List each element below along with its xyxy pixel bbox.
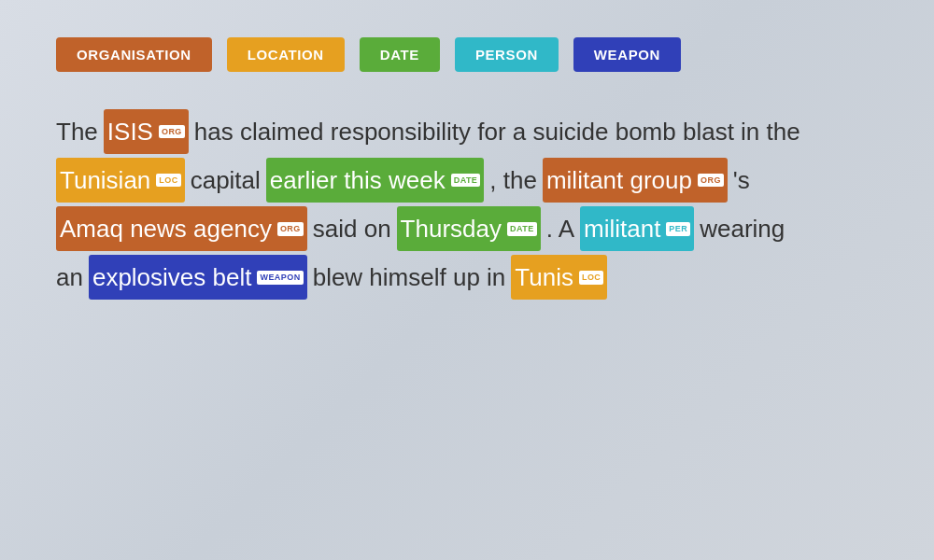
entity-text: militant group	[546, 158, 692, 203]
entity-tag: ORG	[159, 125, 185, 139]
entity-text: earlier this week	[270, 158, 446, 203]
entity-thursday[interactable]: ThursdayDATE	[397, 206, 541, 251]
entity-text: Amaq news agency	[60, 206, 272, 251]
legend-location[interactable]: LOCATION	[227, 37, 345, 72]
entity-tag: DATE	[451, 174, 481, 188]
entity-tag: WEAPON	[257, 271, 303, 285]
plain-text: blew himself up in	[313, 255, 506, 300]
plain-text: an	[56, 255, 83, 300]
entity-earlier-this-week[interactable]: earlier this weekDATE	[266, 158, 485, 203]
legend-date[interactable]: DATE	[360, 37, 440, 72]
legend-bar: ORGANISATION LOCATION DATE PERSON WEAPON	[56, 37, 681, 72]
entity-tag: ORG	[277, 222, 304, 236]
sentence-line-2: TunisianLOC capital earlier this weekDAT…	[56, 158, 800, 203]
plain-text: , the	[489, 158, 537, 203]
legend-organisation[interactable]: ORGANISATION	[56, 37, 212, 72]
entity-text: ISIS	[107, 109, 153, 154]
sentence-line-3: Amaq news agencyORG said on ThursdayDATE…	[56, 206, 800, 251]
entity-isis[interactable]: ISISORG	[104, 109, 189, 154]
legend-person[interactable]: PERSON	[455, 37, 559, 72]
entity-tunisian[interactable]: TunisianLOC	[56, 158, 185, 203]
plain-text: said on	[313, 206, 391, 251]
entity-text: Tunis	[515, 255, 573, 300]
entity-tag: ORG	[698, 174, 724, 188]
entity-amaq-news-agency[interactable]: Amaq news agencyORG	[56, 206, 307, 251]
entity-text: militant	[584, 206, 660, 251]
entity-militant[interactable]: militantPER	[580, 206, 694, 251]
annotated-text: The ISISORG has claimed responsibility f…	[56, 109, 800, 303]
sentence-line-4: an explosives beltWEAPON blew himself up…	[56, 255, 800, 300]
entity-tag: PER	[666, 222, 690, 236]
entity-text: Tunisian	[60, 158, 150, 203]
legend-weapon[interactable]: WEAPON	[573, 37, 681, 72]
plain-text: . A	[546, 206, 574, 251]
plain-text: capital	[191, 158, 261, 203]
plain-text: The	[56, 109, 98, 154]
entity-explosives-belt[interactable]: explosives beltWEAPON	[89, 255, 307, 300]
entity-text: Thursday	[401, 206, 502, 251]
entity-tunis[interactable]: TunisLOC	[511, 255, 607, 300]
entity-militant-group[interactable]: militant groupORG	[543, 158, 728, 203]
entity-tag: LOC	[579, 271, 603, 285]
plain-text: wearing	[700, 206, 785, 251]
sentence-line-1: The ISISORG has claimed responsibility f…	[56, 109, 800, 154]
entity-tag: DATE	[507, 222, 537, 236]
plain-text: has claimed responsibility for a suicide…	[194, 109, 800, 154]
entity-text: explosives belt	[92, 255, 252, 300]
plain-text: 's	[733, 158, 750, 203]
entity-tag: LOC	[156, 174, 180, 188]
